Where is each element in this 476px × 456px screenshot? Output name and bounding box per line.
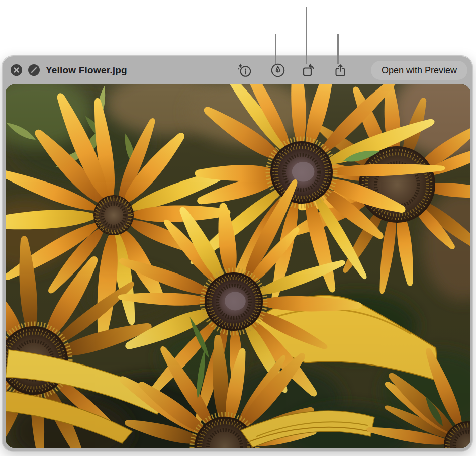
circle-slash-icon [28,64,40,76]
image-preview [6,84,470,448]
callout-line-rotate [306,7,307,64]
markup-button[interactable] [269,62,287,79]
quick-look-toolbar: Yellow Flower.jpg [2,56,472,84]
close-button[interactable] [11,64,22,76]
window-title: Yellow Flower.jpg [46,56,127,84]
no-entry-button[interactable] [28,64,40,76]
flower-photo-svg [6,84,470,448]
share-icon [333,63,348,78]
open-with-preview-button[interactable]: Open with Preview [371,61,467,80]
sparkle-info-icon [237,63,252,78]
rotate-left-button[interactable] [300,62,317,79]
page: { "titlebar": { "title": "Yellow Flower.… [0,0,476,456]
quick-look-window: Yellow Flower.jpg [2,56,472,451]
callout-line-share [337,34,339,64]
markup-pen-icon [270,63,285,78]
rotate-left-icon [301,63,316,78]
callout-line-markup [275,34,276,64]
close-circle-icon [11,64,22,76]
visual-look-up-button[interactable] [236,62,253,79]
share-button[interactable] [332,62,349,79]
